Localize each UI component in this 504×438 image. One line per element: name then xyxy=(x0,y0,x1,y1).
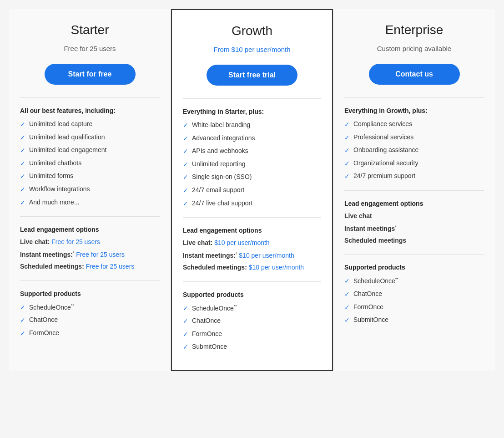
check-icon: ✓ xyxy=(183,121,188,130)
engagement-item: Scheduled meetings: $10 per user/month xyxy=(183,263,321,272)
products-section-starter: Supported products✓ScheduleOnce**✓ChatOn… xyxy=(20,290,160,338)
list-item: ✓And much more... xyxy=(20,198,160,208)
list-item: ✓FormOnce xyxy=(20,329,160,338)
list-item: ✓ScheduleOnce** xyxy=(344,276,484,286)
engagement-section-growth: Lead engagement optionsLive chat: $10 pe… xyxy=(183,227,321,272)
check-icon: ✓ xyxy=(183,330,188,339)
plan-name-starter: Starter xyxy=(20,23,160,37)
check-icon: ✓ xyxy=(344,172,350,181)
plan-price-starter: Free for 25 users xyxy=(20,45,160,55)
list-item: ✓White-label branding xyxy=(183,121,321,130)
engagement-item: Scheduled meetings xyxy=(344,236,484,245)
engagement-item: Scheduled meetings: Free for 25 users xyxy=(20,262,160,271)
check-icon: ✓ xyxy=(20,185,25,194)
list-item: ✓Onboarding assistance xyxy=(344,146,484,155)
engagement-item: Live chat xyxy=(344,212,484,221)
product-name: FormOnce xyxy=(192,330,222,339)
plan-btn-enterprise[interactable]: Contact us xyxy=(369,64,460,85)
feature-text: Organizational security xyxy=(353,159,418,168)
check-icon: ✓ xyxy=(344,303,350,312)
feature-text: Unlimited chatbots xyxy=(29,159,81,168)
plan-card-enterprise: EnterpriseCustom pricing availableContac… xyxy=(333,9,495,371)
plan-btn-starter[interactable]: Start for free xyxy=(45,64,136,85)
list-item: ✓Professional services xyxy=(344,133,484,143)
product-name: ChatOnce xyxy=(192,316,221,326)
check-icon: ✓ xyxy=(344,290,350,299)
check-icon: ✓ xyxy=(183,186,188,195)
list-item: ✓SubmitOnce xyxy=(344,316,484,325)
feature-text: Compliance services xyxy=(353,120,412,129)
engagement-title-growth: Lead engagement options xyxy=(183,227,321,234)
check-icon: ✓ xyxy=(20,199,25,208)
plan-name-growth: Growth xyxy=(183,24,321,38)
list-item: ✓24/7 premium support xyxy=(344,172,484,181)
check-icon: ✓ xyxy=(183,147,188,156)
check-icon: ✓ xyxy=(20,172,25,181)
plan-card-growth: GrowthFrom $10 per user/monthStart free … xyxy=(171,9,333,371)
products-list-growth: ✓ScheduleOnce**✓ChatOnce✓FormOnce✓Submit… xyxy=(183,304,321,352)
check-icon: ✓ xyxy=(183,134,188,143)
list-item: ✓SubmitOnce xyxy=(183,342,321,352)
products-title-enterprise: Supported products xyxy=(344,264,484,271)
products-list-starter: ✓ScheduleOnce**✓ChatOnce✓FormOnce xyxy=(20,303,160,338)
feature-list-growth: ✓White-label branding✓Advanced integrati… xyxy=(183,121,321,208)
plan-btn-growth[interactable]: Start free trial xyxy=(207,65,297,86)
list-item: ✓ChatOnce xyxy=(183,316,321,326)
feature-text: Onboarding assistance xyxy=(353,146,418,155)
list-item: ✓Unlimited forms xyxy=(20,172,160,181)
products-section-enterprise: Supported products✓ScheduleOnce**✓ChatOn… xyxy=(344,264,484,325)
feature-text: 24/7 premium support xyxy=(353,172,415,181)
list-item: ✓FormOnce xyxy=(344,303,484,312)
feature-text: 24/7 live chat support xyxy=(192,199,252,208)
list-item: ✓Unlimited reporting xyxy=(183,160,321,169)
list-item: ✓Unlimited lead engagement xyxy=(20,146,160,155)
product-name: SubmitOnce xyxy=(192,342,227,351)
feature-text: APIs and webhooks xyxy=(192,147,248,156)
list-item: ✓Single sign-on (SSO) xyxy=(183,173,321,182)
product-name: ScheduleOnce** xyxy=(353,276,398,285)
products-title-growth: Supported products xyxy=(183,291,321,298)
plan-card-starter: StarterFree for 25 usersStart for freeAl… xyxy=(9,9,171,371)
feature-list-starter: ✓Unlimited lead capture✓Unlimited lead q… xyxy=(20,120,160,207)
list-item: ✓Unlimited lead capture xyxy=(20,120,160,129)
check-icon: ✓ xyxy=(20,120,25,129)
engagement-section-enterprise: Lead engagement optionsLive chatInstant … xyxy=(344,200,484,245)
engagement-title-enterprise: Lead engagement options xyxy=(344,200,484,207)
product-name: ScheduleOnce** xyxy=(192,304,237,313)
features-header-enterprise: Everything in Growth, plus: xyxy=(344,107,484,114)
check-icon: ✓ xyxy=(183,317,188,326)
list-item: ✓ChatOnce xyxy=(20,316,160,325)
product-name: FormOnce xyxy=(29,329,59,338)
feature-text: Single sign-on (SSO) xyxy=(192,173,252,182)
check-icon: ✓ xyxy=(344,316,350,325)
list-item: ✓Organizational security xyxy=(344,159,484,168)
check-icon: ✓ xyxy=(20,146,25,155)
product-name: ScheduleOnce** xyxy=(29,303,74,312)
check-icon: ✓ xyxy=(183,160,188,169)
list-item: ✓Unlimited lead qualification xyxy=(20,133,160,143)
list-item: ✓ChatOnce xyxy=(344,290,484,299)
check-icon: ✓ xyxy=(183,173,188,182)
feature-text: Unlimited lead qualification xyxy=(29,133,105,142)
list-item: ✓ScheduleOnce** xyxy=(183,304,321,313)
pricing-grid: StarterFree for 25 usersStart for freeAl… xyxy=(9,9,495,371)
plan-name-enterprise: Enterprise xyxy=(344,23,484,37)
feature-text: Unlimited lead capture xyxy=(29,120,92,129)
check-icon: ✓ xyxy=(20,159,25,168)
list-item: ✓24/7 live chat support xyxy=(183,199,321,209)
list-item: ✓Advanced integrations xyxy=(183,134,321,143)
features-header-growth: Everything in Starter, plus: xyxy=(183,108,321,115)
products-list-enterprise: ✓ScheduleOnce**✓ChatOnce✓FormOnce✓Submit… xyxy=(344,276,484,325)
list-item: ✓APIs and webhooks xyxy=(183,147,321,156)
check-icon: ✓ xyxy=(344,133,350,143)
list-item: ✓Unlimited chatbots xyxy=(20,159,160,168)
check-icon: ✓ xyxy=(344,277,350,286)
engagement-title-starter: Lead engagement options xyxy=(20,226,160,233)
engagement-section-starter: Lead engagement optionsLive chat: Free f… xyxy=(20,226,160,271)
product-name: FormOnce xyxy=(353,303,383,312)
feature-text: 24/7 email support xyxy=(192,186,244,195)
engagement-item: Instant meetings:* Free for 25 users xyxy=(20,250,160,259)
list-item: ✓24/7 email support xyxy=(183,186,321,195)
check-icon: ✓ xyxy=(183,343,188,352)
products-title-starter: Supported products xyxy=(20,290,160,297)
